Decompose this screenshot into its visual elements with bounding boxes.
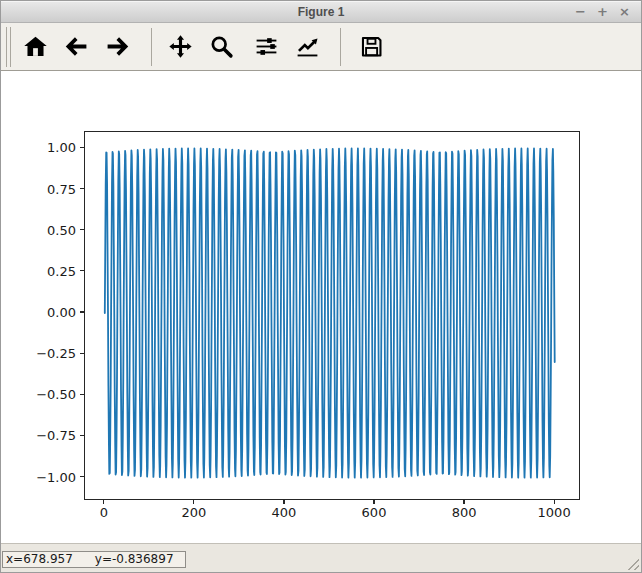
y-tick-mark	[80, 353, 84, 354]
y-tick-label: −1.00	[1, 469, 76, 484]
save-button[interactable]	[351, 26, 392, 67]
configure-subplots-button[interactable]	[246, 26, 287, 67]
back-button[interactable]	[56, 26, 97, 67]
x-tick-mark	[103, 500, 104, 504]
figure-canvas[interactable]: 1.000.750.500.250.00−0.25−0.50−0.75−1.00…	[1, 71, 641, 543]
x-tick-label: 1000	[538, 505, 571, 520]
maximize-button[interactable]: +	[595, 4, 610, 19]
y-tick-label: 0.75	[1, 181, 76, 196]
home-button[interactable]	[15, 26, 56, 67]
x-tick-mark	[373, 500, 374, 504]
magnifier-icon	[209, 34, 234, 59]
y-tick-mark	[80, 435, 84, 436]
axes[interactable]	[84, 131, 580, 500]
y-tick-mark	[80, 394, 84, 395]
customize-button[interactable]	[287, 26, 328, 67]
y-tick-label: −0.25	[1, 346, 76, 361]
y-tick-mark	[80, 147, 84, 148]
toolbar-separator	[151, 28, 152, 66]
y-tick-mark	[80, 476, 84, 477]
move-arrows-icon	[168, 34, 193, 59]
y-tick-label: 1.00	[1, 140, 76, 155]
y-tick-label: −0.75	[1, 428, 76, 443]
y-tick-label: −0.50	[1, 387, 76, 402]
x-tick-mark	[463, 500, 464, 504]
x-tick-label: 0	[100, 505, 108, 520]
waveform-svg	[85, 132, 579, 499]
x-tick-mark	[193, 500, 194, 504]
zoom-button[interactable]	[201, 26, 242, 67]
y-tick-label: 0.25	[1, 263, 76, 278]
x-tick-mark	[283, 500, 284, 504]
home-icon	[23, 34, 48, 59]
y-tick-mark	[80, 188, 84, 189]
pan-button[interactable]	[160, 26, 201, 67]
forward-button[interactable]	[97, 26, 138, 67]
minimize-button[interactable]: −	[573, 4, 588, 19]
floppy-disk-icon	[359, 34, 384, 59]
x-tick-label: 600	[362, 505, 387, 520]
x-tick-label: 200	[181, 505, 206, 520]
x-tick-label: 400	[272, 505, 297, 520]
y-tick-mark	[80, 311, 84, 312]
signal-line	[105, 149, 555, 478]
title-bar[interactable]: Figure 1 − + ×	[1, 1, 641, 23]
navigation-toolbar	[1, 23, 641, 71]
status-bar: x=678.957y=-0.836897	[1, 543, 641, 572]
arrow-right-icon	[105, 34, 130, 59]
y-tick-mark	[80, 229, 84, 230]
toolbar-separator	[340, 28, 341, 66]
y-tick-label: 0.50	[1, 222, 76, 237]
figure-window: Figure 1 − + ×	[0, 0, 642, 573]
y-tick-label: 0.00	[1, 305, 76, 320]
cursor-coordinates: x=678.957y=-0.836897	[2, 551, 186, 568]
window-controls: − + ×	[573, 1, 632, 22]
sliders-icon	[254, 34, 279, 59]
arrow-left-icon	[64, 34, 89, 59]
cursor-x-value: x=678.957	[6, 552, 73, 566]
toolbar-grip	[6, 27, 11, 67]
y-tick-mark	[80, 270, 84, 271]
window-resize-grip[interactable]	[625, 556, 639, 570]
window-title: Figure 1	[298, 5, 345, 19]
chart-line-icon	[295, 34, 320, 59]
x-tick-mark	[554, 500, 555, 504]
cursor-y-value: y=-0.836897	[95, 552, 174, 566]
close-button[interactable]: ×	[617, 4, 632, 19]
x-tick-label: 800	[452, 505, 477, 520]
